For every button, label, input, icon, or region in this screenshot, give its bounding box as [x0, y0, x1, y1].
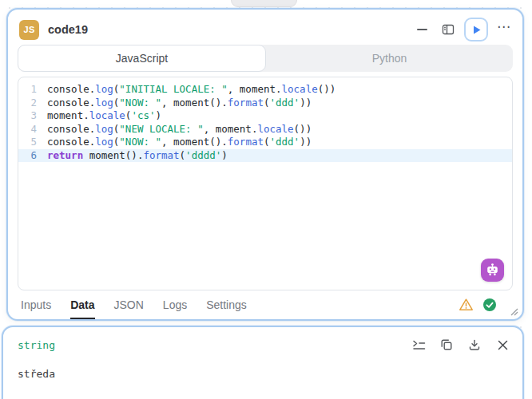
- close-output-button[interactable]: [495, 338, 510, 352]
- line-number: 1: [18, 83, 47, 97]
- output-type-label: string: [18, 339, 55, 351]
- format-output-button[interactable]: [411, 338, 426, 352]
- footer-tabs: InputsDataJSONLogsSettings: [21, 290, 247, 319]
- code-text: return moment().format('dddd'): [47, 149, 228, 163]
- code-line-2[interactable]: 2console.log("NOW: ", moment().format('d…: [18, 97, 512, 110]
- code-text: console.log("NOW: ", moment().format('dd…: [47, 97, 312, 110]
- warning-icon[interactable]: [459, 298, 474, 312]
- js-node-badge: JS: [19, 20, 39, 40]
- panel-header: JS code19 ⋯: [19, 16, 514, 43]
- code-editor[interactable]: 1console.log("INITIAL LOCALE: ", moment.…: [18, 77, 513, 290]
- ai-robot-icon: [485, 263, 500, 278]
- footer-tab-json[interactable]: JSON: [114, 290, 144, 319]
- code-text: console.log("NOW: ", moment().format('dd…: [47, 136, 312, 149]
- ask-ai-button[interactable]: [481, 259, 504, 282]
- minimize-icon: [417, 29, 427, 30]
- copy-output-button[interactable]: [439, 338, 454, 352]
- footer-tab-settings[interactable]: Settings: [206, 290, 247, 319]
- output-header: string: [3, 327, 522, 352]
- line-number: 4: [18, 123, 47, 136]
- line-number: 2: [18, 97, 47, 110]
- download-icon: [468, 338, 481, 351]
- line-number: 3: [18, 109, 47, 123]
- indent-lines-icon: [412, 339, 426, 351]
- tab-javascript[interactable]: JavaScript: [18, 45, 266, 72]
- language-tabs: JavaScriptPython: [18, 45, 513, 72]
- footer-tab-inputs[interactable]: Inputs: [21, 290, 51, 319]
- split-panel-icon: [442, 23, 455, 36]
- split-panel-button[interactable]: [438, 19, 459, 40]
- code-line-5[interactable]: 5console.log("NOW: ", moment().format('d…: [18, 136, 512, 149]
- footer-tab-logs[interactable]: Logs: [163, 290, 187, 319]
- line-number: 5: [18, 136, 47, 149]
- run-node-button[interactable]: [464, 18, 488, 41]
- code-text: console.log("NEW LOCALE: ", moment.local…: [47, 123, 312, 136]
- panel-footer: InputsDataJSONLogsSettings: [8, 290, 522, 319]
- canvas-button-partial[interactable]: [231, 0, 297, 7]
- output-panel: string: [2, 326, 524, 399]
- success-icon[interactable]: [482, 298, 497, 312]
- minimize-button[interactable]: [411, 19, 432, 40]
- ellipsis-icon: ⋯: [497, 23, 511, 36]
- code-line-4[interactable]: 4console.log("NEW LOCALE: ", moment.loca…: [18, 123, 512, 136]
- resize-grip[interactable]: [510, 307, 518, 316]
- code-text: console.log("INITIAL LOCALE: ", moment.l…: [47, 83, 335, 97]
- output-value: středa: [3, 352, 522, 380]
- code-text: moment.locale('cs'): [47, 109, 161, 123]
- code-node-panel: JS code19 ⋯ JavaScriptPython 1console.lo…: [6, 8, 524, 321]
- line-number: 6: [18, 149, 47, 163]
- close-icon: [497, 339, 509, 351]
- tab-python[interactable]: Python: [266, 45, 513, 72]
- code-line-1[interactable]: 1console.log("INITIAL LOCALE: ", moment.…: [18, 83, 512, 97]
- code-line-3[interactable]: 3moment.locale('cs'): [18, 109, 512, 123]
- code-lines: 1console.log("INITIAL LOCALE: ", moment.…: [18, 77, 512, 162]
- more-options-button[interactable]: ⋯: [494, 19, 514, 40]
- copy-icon: [440, 338, 453, 351]
- code-line-6[interactable]: 6return moment().format('dddd'): [18, 149, 512, 163]
- node-title: code19: [48, 23, 88, 36]
- download-output-button[interactable]: [467, 338, 482, 352]
- play-icon: [471, 25, 482, 35]
- footer-tab-data[interactable]: Data: [70, 290, 94, 319]
